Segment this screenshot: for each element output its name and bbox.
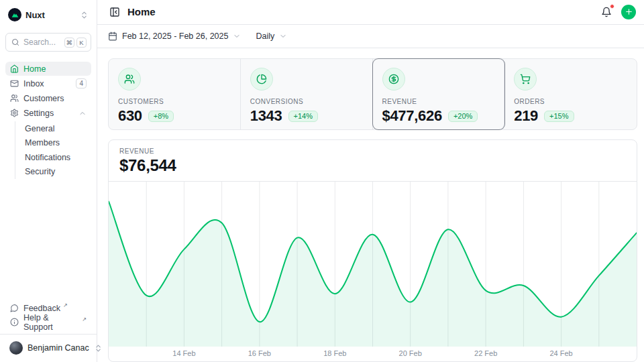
sub-item-label: Notifications xyxy=(25,153,70,162)
stat-card-conversions[interactable]: CONVERSIONS 1343 +14% xyxy=(241,59,373,129)
search-placeholder: Search... xyxy=(23,38,60,47)
kbd-cmd: ⌘ xyxy=(64,38,75,48)
stat-card-revenue[interactable]: REVENUE $477,626 +20% xyxy=(373,59,505,129)
notifications-button[interactable] xyxy=(600,5,613,19)
date-range-picker[interactable]: Feb 12, 2025 - Feb 26, 2025 xyxy=(108,32,241,41)
revenue-area-chart[interactable] xyxy=(109,182,637,347)
delta-badge: +15% xyxy=(544,111,574,122)
calendar-icon xyxy=(108,32,117,41)
collapse-sidebar-button[interactable] xyxy=(108,5,121,19)
stat-label: CONVERSIONS xyxy=(250,98,363,105)
sidebar-item-customers[interactable]: Customers xyxy=(5,91,91,105)
sidebar-item-settings[interactable]: Settings xyxy=(5,106,91,120)
sidebar-item-notifications[interactable]: Notifications xyxy=(22,150,91,165)
delta-badge: +14% xyxy=(288,111,318,122)
chevron-down-icon xyxy=(279,32,287,40)
inbox-count-badge: 4 xyxy=(76,78,87,88)
sidebar-item-home[interactable]: Home xyxy=(5,62,91,76)
stat-card-orders[interactable]: ORDERS 219 +15% xyxy=(504,59,637,129)
stat-value: 1343 xyxy=(250,107,282,125)
help-support-link[interactable]: Help & Support ↗ xyxy=(5,315,91,329)
date-range-value: Feb 12, 2025 - Feb 26, 2025 xyxy=(122,32,228,41)
add-button[interactable] xyxy=(621,5,636,19)
x-axis-tick-label: 16 Feb xyxy=(248,349,271,357)
chart-metric-label: REVENUE xyxy=(119,147,626,155)
top-header: Home xyxy=(97,0,644,25)
search-icon xyxy=(11,38,19,46)
external-link-icon: ↗ xyxy=(82,316,87,322)
sidebar-item-general[interactable]: General xyxy=(22,121,91,136)
external-link-icon: ↗ xyxy=(63,302,68,308)
x-axis-tick-label: 20 Feb xyxy=(399,349,422,357)
stat-label: ORDERS xyxy=(514,98,627,105)
sub-item-label: General xyxy=(25,124,54,133)
period-select[interactable]: Daily xyxy=(256,32,287,41)
panel-left-close-icon xyxy=(109,7,120,17)
delta-badge: +20% xyxy=(448,111,478,122)
sidebar-footer: Feedback ↗ Help & Support ↗ Benjamin Can… xyxy=(5,301,91,357)
nuxt-logo-icon xyxy=(8,8,21,21)
sidebar-item-label: Settings xyxy=(23,109,54,118)
workspace-name: Nuxt xyxy=(25,10,45,20)
cart-icon xyxy=(514,68,537,90)
sidebar-divider xyxy=(0,334,97,335)
settings-subnav: General Members Notifications Security xyxy=(15,121,91,179)
stat-value: $477,626 xyxy=(382,107,442,125)
sidebar-nav: Home Inbox 4 Customers Settings xyxy=(5,62,91,180)
kbd-k: K xyxy=(76,38,87,48)
dollar-circle-icon xyxy=(382,68,405,90)
revenue-chart-card: REVENUE $76,544 14 Feb16 Feb18 Feb20 Feb… xyxy=(108,139,637,362)
home-icon xyxy=(10,64,19,73)
pie-chart-icon xyxy=(250,68,273,90)
user-avatar xyxy=(9,341,23,355)
sidebar-item-members[interactable]: Members xyxy=(22,136,91,151)
search-shortcut: ⌘ K xyxy=(64,38,87,48)
dashboard-content: CUSTOMERS 630 +8% CONVERSIONS 1343 +14% xyxy=(97,48,644,362)
chevron-down-icon xyxy=(233,32,241,40)
x-axis-tick-label: 22 Feb xyxy=(474,349,497,357)
chevron-up-icon xyxy=(78,109,87,117)
x-axis-tick-label: 14 Feb xyxy=(172,349,195,357)
chart-header: REVENUE $76,544 xyxy=(109,140,637,182)
workspace-switcher[interactable]: Nuxt xyxy=(5,5,91,24)
x-axis-tick-label: 18 Feb xyxy=(323,349,346,357)
page-title: Home xyxy=(127,6,156,17)
search-input[interactable]: Search... ⌘ K xyxy=(5,33,91,52)
chevrons-up-down-icon xyxy=(80,11,89,19)
filters-toolbar: Feb 12, 2025 - Feb 26, 2025 Daily xyxy=(97,25,644,48)
users-icon xyxy=(10,94,19,103)
x-axis-tick-label: 24 Feb xyxy=(549,349,572,357)
sidebar: Nuxt Search... ⌘ K Home xyxy=(0,0,97,362)
stat-label: CUSTOMERS xyxy=(118,98,231,105)
app-root: Nuxt Search... ⌘ K Home xyxy=(0,0,644,362)
users-icon xyxy=(118,68,141,90)
sidebar-item-label: Home xyxy=(23,64,46,74)
footer-link-label: Feedback xyxy=(23,304,60,313)
info-icon xyxy=(10,318,19,326)
stat-label: REVENUE xyxy=(382,98,495,105)
sidebar-item-security[interactable]: Security xyxy=(22,165,91,180)
inbox-icon xyxy=(10,79,19,88)
chart-metric-value: $76,544 xyxy=(119,156,626,175)
chat-bubble-icon xyxy=(10,304,19,312)
delta-badge: +8% xyxy=(148,111,174,122)
sidebar-item-label: Inbox xyxy=(23,79,44,88)
stat-value: 630 xyxy=(118,107,142,125)
period-value: Daily xyxy=(256,32,274,41)
sub-item-label: Security xyxy=(25,167,55,176)
main-area: Home Feb 12, 2025 - Feb 26, 2025 xyxy=(97,0,644,362)
x-axis-labels: 14 Feb16 Feb18 Feb20 Feb22 Feb24 Feb xyxy=(109,347,637,361)
stat-value: 219 xyxy=(514,107,538,125)
sidebar-item-label: Customers xyxy=(23,94,64,103)
stats-row: CUSTOMERS 630 +8% CONVERSIONS 1343 +14% xyxy=(108,58,637,130)
sub-item-label: Members xyxy=(25,138,60,147)
user-menu[interactable]: Benjamin Canac xyxy=(5,339,91,357)
notification-dot xyxy=(610,4,614,9)
revenue-chart-svg xyxy=(109,182,637,347)
plus-icon xyxy=(625,7,633,16)
header-actions xyxy=(600,5,636,19)
stat-card-customers[interactable]: CUSTOMERS 630 +8% xyxy=(109,59,241,129)
sidebar-item-inbox[interactable]: Inbox 4 xyxy=(5,76,91,90)
gear-icon xyxy=(10,109,19,117)
user-name: Benjamin Canac xyxy=(28,343,89,353)
